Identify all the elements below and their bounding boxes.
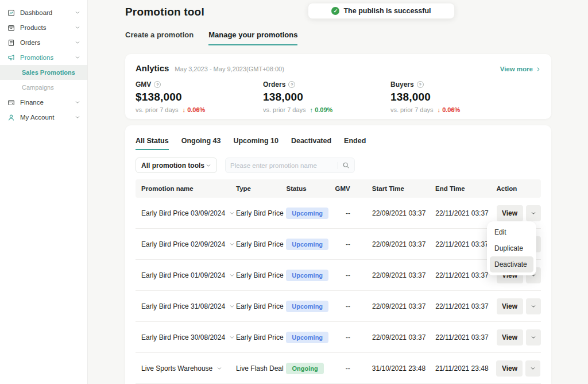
sidebar-item-finance[interactable]: Finance: [0, 95, 87, 110]
status-tab-deactivated[interactable]: Deactivated: [291, 137, 331, 150]
gmv-cell: --: [324, 333, 354, 341]
promotion-name: Live Sports Warehouse: [141, 364, 212, 373]
sidebar-item-label: Finance: [20, 99, 44, 106]
metric-delta: ↑ 0.09%: [310, 106, 333, 113]
view-more-link[interactable]: View more: [500, 66, 541, 72]
app: DashboardProductsOrdersPromotionsSales P…: [0, 0, 588, 384]
promotion-name-cell[interactable]: Early Bird Price 30/08/2024: [136, 333, 236, 341]
sidebar-item-label: My Account: [20, 114, 54, 121]
promotion-name-cell[interactable]: Early Bird Price 03/09/2024: [136, 209, 236, 217]
sidebar-item-products[interactable]: Products: [0, 20, 87, 35]
promotion-search-input[interactable]: [230, 162, 335, 169]
tab-create-a-promotion[interactable]: Create a promotion: [125, 30, 194, 45]
chevron-down-icon: [229, 210, 235, 216]
sidebar-item-dashboard[interactable]: Dashboard: [0, 5, 87, 20]
status-tabs: All StatusOngoing 43Upcoming 10Deactivat…: [136, 137, 541, 150]
sidebar-item-promotions[interactable]: Promotions: [0, 50, 87, 65]
action-cell: View: [497, 298, 541, 314]
end-time: 22/11/2021 03:37: [435, 209, 496, 217]
view-button[interactable]: View: [497, 298, 523, 314]
sidebar-item-label: Orders: [20, 39, 40, 46]
check-icon: ✓: [331, 7, 339, 15]
end-time: 22/11/2021 03:37: [435, 333, 496, 341]
sidebar-item-my-account[interactable]: My Account: [0, 110, 87, 125]
search-icon[interactable]: [342, 162, 350, 169]
search-divider: [338, 162, 338, 169]
column-header-start-time: Start Time: [354, 185, 435, 192]
status-tab-upcoming-10[interactable]: Upcoming 10: [233, 137, 278, 150]
view-button[interactable]: View: [497, 205, 523, 221]
view-more-label: View more: [500, 66, 533, 72]
start-time: 22/09/2021 03:37: [354, 302, 435, 310]
action-dropdown-button[interactable]: [526, 298, 541, 314]
metric-gmv: GMV?$138,000vs. prior 7 days↓ 0.06%: [136, 80, 263, 113]
sidebar-item-sales-promotions[interactable]: Sales Promotions: [0, 65, 87, 80]
column-header-promotion-name: Promotion name: [136, 185, 236, 192]
status-cell: Upcoming: [286, 239, 324, 250]
analytics-header: Anlytics May 3,2023 - May 9,2023(GMT+08:…: [136, 63, 541, 73]
menu-item-duplicate[interactable]: Duplicate: [490, 240, 533, 256]
main-tabs: Create a promotion Manage your promotion…: [125, 30, 588, 45]
menu-item-edit[interactable]: Edit: [490, 224, 533, 240]
promotion-tools-dropdown[interactable]: All promotion tools: [136, 158, 217, 173]
sidebar-subitem-label: Sales Promotions: [22, 69, 75, 76]
action-dropdown-button[interactable]: [526, 205, 541, 221]
metric-label-row: Orders?: [263, 80, 390, 89]
sidebar-item-orders[interactable]: Orders: [0, 35, 87, 50]
end-time: 21/11/2021 23:48: [435, 364, 496, 373]
status-cell: Ongoing: [286, 363, 324, 374]
action-cell: View: [497, 329, 541, 345]
status-tab-ongoing-43[interactable]: Ongoing 43: [181, 137, 221, 150]
status-tab-all-status[interactable]: All Status: [136, 137, 169, 150]
gmv-cell: --: [324, 364, 354, 373]
sidebar-subitem-label: Campaigns: [22, 84, 54, 91]
promotion-name-cell[interactable]: Early Bird Price 31/08/2024: [136, 302, 236, 310]
tab-manage-your-promotions[interactable]: Manage your promotions: [208, 30, 297, 45]
metric-orders: Orders?138,000vs. prior 7 days↑ 0.09%: [263, 80, 390, 113]
chevron-down-icon: [75, 114, 80, 120]
column-header-type: Type: [236, 185, 286, 192]
chevron-down-icon: [75, 99, 80, 105]
metric-label-row: Buyers?: [390, 80, 518, 89]
promotions-table-card: All StatusOngoing 43Upcoming 10Deactivat…: [125, 125, 551, 384]
status-cell: Upcoming: [286, 270, 324, 281]
chevron-down-icon: [229, 241, 235, 247]
action-dropdown-button[interactable]: [526, 329, 541, 345]
analytics-date-range: May 3,2023 - May 9,2023(GMT+08:00): [175, 66, 284, 72]
promotion-name-cell[interactable]: Live Sports Warehouse: [136, 364, 236, 373]
status-badge: Upcoming: [286, 239, 328, 250]
status-tab-ended[interactable]: Ended: [344, 137, 366, 150]
status-badge: Upcoming: [286, 332, 328, 343]
metric-compare-label: vs. prior 7 days: [263, 106, 306, 113]
promotion-name: Early Bird Price 02/09/2024: [141, 240, 225, 248]
start-time: 31/10/2021 23:48: [354, 364, 435, 373]
menu-item-deactivate[interactable]: Deactivate: [490, 256, 533, 272]
action-menu: EditDuplicateDeactivate: [487, 221, 536, 275]
action-dropdown-button[interactable]: [525, 360, 540, 377]
promotion-name-cell[interactable]: Early Bird Price 01/09/2024: [136, 271, 236, 279]
help-icon[interactable]: ?: [154, 81, 161, 88]
dashboard-icon: [7, 9, 15, 17]
promotion-name: Early Bird Price 30/08/2024: [141, 333, 225, 341]
table-row: Early Bird Price 01/09/2024Early Bird Pr…: [136, 260, 541, 291]
sidebar-item-label: Products: [20, 24, 46, 31]
metric-value: 138,000: [390, 91, 518, 103]
chevron-down-icon: [75, 55, 80, 60]
sidebar: DashboardProductsOrdersPromotionsSales P…: [0, 0, 88, 384]
sidebar-item-label: Promotions: [20, 54, 53, 61]
metric-compare: vs. prior 7 days↓ 0.06%: [390, 106, 518, 113]
help-icon[interactable]: ?: [417, 81, 424, 88]
chevron-down-icon: [75, 10, 80, 16]
view-button[interactable]: View: [497, 329, 523, 345]
metric-label-row: GMV?: [136, 80, 263, 89]
table-body: Early Bird Price 03/09/2024Early Bird Pr…: [136, 198, 541, 384]
view-button[interactable]: View: [496, 360, 523, 377]
sidebar-item-campaigns[interactable]: Campaigns: [0, 80, 87, 95]
promotion-name-cell[interactable]: Early Bird Price 02/09/2024: [136, 240, 236, 248]
metric-compare-label: vs. prior 7 days: [136, 106, 179, 113]
chevron-right-icon: [536, 67, 541, 72]
help-icon[interactable]: ?: [288, 81, 295, 88]
promotion-type: Early Bird Price: [236, 240, 286, 248]
orders-icon: [7, 39, 15, 47]
status-badge: Upcoming: [286, 270, 328, 281]
